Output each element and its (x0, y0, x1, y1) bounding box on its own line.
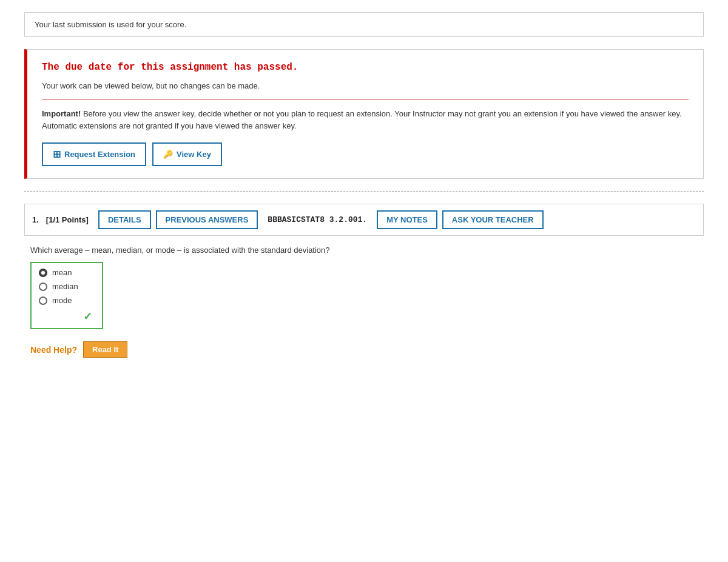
key-icon: 🔑 (163, 150, 173, 159)
need-help-label: Need Help? (30, 345, 77, 355)
request-extension-button[interactable]: ⊞ Request Extension (42, 142, 146, 166)
important-body: Before you view the answer key, decide w… (42, 109, 682, 130)
option-median[interactable]: median (39, 282, 95, 291)
read-it-button[interactable]: Read It (83, 341, 127, 358)
important-text: Important! Before you view the answer ke… (42, 108, 689, 132)
red-divider (42, 99, 689, 99)
option-median-label: median (52, 282, 78, 291)
question-header: 1. [1/1 Points] DETAILS PREVIOUS ANSWERS… (24, 204, 704, 236)
submission-notice-text: Your last submission is used for your sc… (35, 20, 186, 29)
option-mean-label: mean (52, 268, 72, 277)
important-label: Important! (42, 109, 81, 118)
need-help-row: Need Help? Read It (30, 341, 704, 358)
details-button[interactable]: DETAILS (98, 210, 151, 229)
ask-teacher-button[interactable]: ASK YOUR TEACHER (442, 210, 544, 229)
question-number: 1. (32, 215, 39, 224)
option-mode-label: mode (52, 296, 72, 305)
option-mode[interactable]: mode (39, 296, 95, 305)
checkmark-row: ✓ (39, 310, 95, 323)
radio-mode[interactable] (39, 296, 47, 305)
due-date-subtitle: Your work can be viewed below, but no ch… (42, 81, 689, 90)
view-key-label: View Key (177, 150, 211, 159)
due-date-title: The due date for this assignment has pas… (42, 62, 689, 73)
view-key-button[interactable]: 🔑 View Key (152, 142, 222, 166)
question-text: Which average – mean, median, or mode – … (24, 246, 704, 255)
previous-answers-button[interactable]: PREVIOUS ANSWERS (156, 210, 258, 229)
submission-notice: Your last submission is used for your sc… (24, 12, 704, 37)
section-divider (24, 191, 704, 192)
my-notes-button[interactable]: MY NOTES (377, 210, 437, 229)
plus-icon: ⊞ (53, 149, 61, 160)
radio-median[interactable] (39, 283, 47, 291)
answer-options-box: mean median mode ✓ (30, 262, 103, 329)
radio-mean[interactable] (39, 269, 47, 277)
due-date-box: The due date for this assignment has pas… (24, 49, 704, 179)
correct-checkmark: ✓ (83, 310, 92, 323)
request-extension-label: Request Extension (64, 150, 135, 159)
action-buttons: ⊞ Request Extension 🔑 View Key (42, 142, 689, 166)
option-mean[interactable]: mean (39, 268, 95, 277)
points-label: [1/1 Points] (46, 215, 89, 224)
problem-code: BBBASICSTAT8 3.2.001. (268, 215, 367, 224)
